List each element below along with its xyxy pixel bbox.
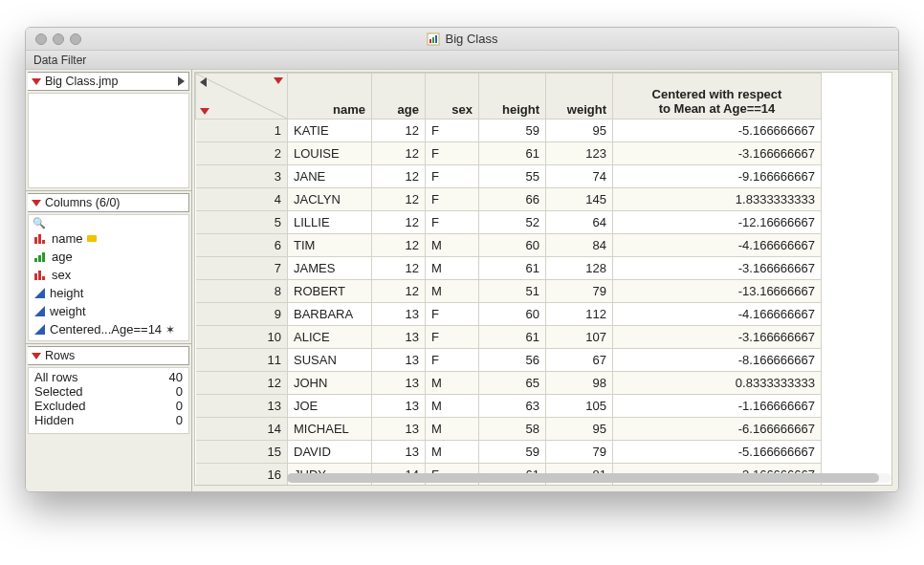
cell-weight[interactable]: 74	[546, 165, 613, 188]
cell-age[interactable]: 12	[372, 257, 426, 280]
cell-age[interactable]: 12	[372, 142, 426, 165]
cell-name[interactable]: JACLYN	[288, 188, 372, 211]
row-number[interactable]: 14	[196, 418, 288, 441]
titlebar[interactable]: Big Class	[26, 28, 898, 51]
cell-name[interactable]: JOE	[288, 395, 372, 418]
column-item-height[interactable]: height	[33, 284, 185, 302]
cell-name[interactable]: ALICE	[288, 326, 372, 349]
rows-menu-icon[interactable]	[200, 108, 209, 115]
cell-height[interactable]: 60	[479, 234, 546, 257]
cell-name[interactable]: JANE	[288, 165, 372, 188]
cell-sex[interactable]: M	[426, 418, 479, 441]
cell-name[interactable]: KATIE	[288, 120, 372, 142]
cell-centered[interactable]: -3.166666667	[613, 257, 822, 280]
cell-name[interactable]: MICHAEL	[288, 418, 372, 441]
cell-age[interactable]: 13	[372, 303, 426, 326]
cell-height[interactable]: 56	[479, 349, 546, 372]
column-item-age[interactable]: age	[33, 248, 185, 266]
cell-sex[interactable]: F	[426, 120, 479, 142]
cell-weight[interactable]: 105	[546, 395, 613, 418]
cell-weight[interactable]: 95	[546, 418, 613, 441]
horizontal-scrollbar[interactable]	[195, 471, 891, 485]
cell-sex[interactable]: F	[426, 165, 479, 188]
table-row[interactable]: 5LILLIE12F5264-12.16666667	[196, 211, 822, 234]
cell-height[interactable]: 58	[479, 418, 546, 441]
cell-centered[interactable]: -4.166666667	[613, 234, 822, 257]
cell-age[interactable]: 13	[372, 326, 426, 349]
row-number[interactable]: 9	[196, 303, 288, 326]
column-item-centered-age-14[interactable]: Centered...Age==14 ✶	[33, 320, 185, 338]
cell-height[interactable]: 61	[479, 257, 546, 280]
col-header-sex[interactable]: sex	[426, 74, 479, 120]
search-icon[interactable]: 🔍	[33, 217, 46, 229]
cell-height[interactable]: 60	[479, 303, 546, 326]
cell-weight[interactable]: 128	[546, 257, 613, 280]
row-number[interactable]: 1	[196, 120, 288, 142]
col-header-centered[interactable]: Centered with respect to Mean at Age==14	[613, 74, 822, 120]
table-row[interactable]: 3JANE12F5574-9.166666667	[196, 165, 822, 188]
cell-centered[interactable]: -13.16666667	[613, 280, 822, 303]
minimize-icon[interactable]	[53, 33, 64, 45]
cell-weight[interactable]: 79	[546, 441, 613, 464]
table-row[interactable]: 14MICHAEL13M5895-6.166666667	[196, 418, 822, 441]
rows-stat-selected[interactable]: Selected0	[34, 384, 183, 399]
cell-height[interactable]: 59	[479, 120, 546, 142]
table-row[interactable]: 8ROBERT12M5179-13.16666667	[196, 280, 822, 303]
panel-source-head[interactable]: Big Class.jmp	[28, 72, 189, 91]
cell-name[interactable]: BARBARA	[288, 303, 372, 326]
cell-weight[interactable]: 79	[546, 280, 613, 303]
cell-height[interactable]: 65	[479, 372, 546, 395]
table-row[interactable]: 6TIM12M6084-4.166666667	[196, 234, 822, 257]
run-script-icon[interactable]	[178, 76, 185, 86]
cell-sex[interactable]: F	[426, 349, 479, 372]
row-number[interactable]: 4	[196, 188, 288, 211]
table-row[interactable]: 7JAMES12M61128-3.166666667	[196, 257, 822, 280]
cell-weight[interactable]: 67	[546, 349, 613, 372]
table-row[interactable]: 10ALICE13F61107-3.166666667	[196, 326, 822, 349]
cell-height[interactable]: 55	[479, 165, 546, 188]
cell-name[interactable]: LILLIE	[288, 211, 372, 234]
cell-centered[interactable]: -4.166666667	[613, 303, 822, 326]
zoom-icon[interactable]	[70, 33, 81, 45]
cell-name[interactable]: TIM	[288, 234, 372, 257]
cell-weight[interactable]: 107	[546, 326, 613, 349]
cell-name[interactable]: JOHN	[288, 372, 372, 395]
cell-sex[interactable]: M	[426, 441, 479, 464]
disclosure-icon[interactable]	[32, 78, 41, 85]
column-item-name[interactable]: name	[33, 229, 185, 248]
cell-sex[interactable]: M	[426, 257, 479, 280]
table-row[interactable]: 2LOUISE12F61123-3.166666667	[196, 142, 822, 165]
disclosure-icon[interactable]	[32, 353, 41, 359]
cell-centered[interactable]: -8.166666667	[613, 349, 822, 372]
scrollbar-thumb[interactable]	[287, 473, 879, 483]
col-header-age[interactable]: age	[372, 74, 426, 120]
cell-age[interactable]: 12	[372, 280, 426, 303]
panel-rows-head[interactable]: Rows	[28, 346, 189, 365]
table-corner[interactable]	[196, 74, 288, 120]
cell-sex[interactable]: M	[426, 234, 479, 257]
cell-weight[interactable]: 98	[546, 372, 613, 395]
cell-height[interactable]: 59	[479, 441, 546, 464]
panel-columns-head[interactable]: Columns (6/0)	[28, 193, 189, 212]
cell-height[interactable]: 66	[479, 188, 546, 211]
cell-height[interactable]: 52	[479, 211, 546, 234]
cell-height[interactable]: 61	[479, 142, 546, 165]
cell-centered[interactable]: 1.8333333333	[613, 188, 822, 211]
cell-centered[interactable]: -6.166666667	[613, 418, 822, 441]
cell-age[interactable]: 12	[372, 120, 426, 142]
cell-sex[interactable]: F	[426, 188, 479, 211]
row-number[interactable]: 7	[196, 257, 288, 280]
row-number[interactable]: 10	[196, 326, 288, 349]
data-table[interactable]: name age sex height weight Centered with…	[195, 73, 822, 485]
cell-weight[interactable]: 95	[546, 120, 613, 142]
cell-centered[interactable]: -3.166666667	[613, 142, 822, 165]
cell-age[interactable]: 12	[372, 234, 426, 257]
cell-age[interactable]: 13	[372, 349, 426, 372]
cell-centered[interactable]: -3.166666667	[613, 326, 822, 349]
rows-stat-excluded[interactable]: Excluded0	[34, 399, 183, 413]
cell-centered[interactable]: -5.166666667	[613, 441, 822, 464]
menu-data-filter[interactable]: Data Filter	[33, 54, 86, 67]
cell-age[interactable]: 13	[372, 395, 426, 418]
cell-age[interactable]: 12	[372, 188, 426, 211]
cell-age[interactable]: 13	[372, 441, 426, 464]
